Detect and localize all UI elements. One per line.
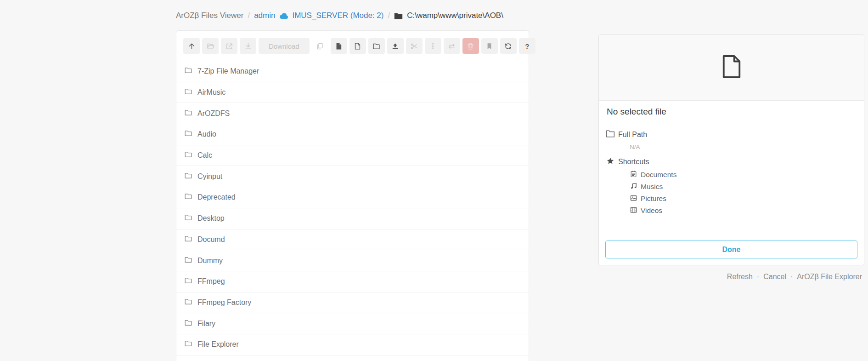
folder-icon [184, 192, 192, 202]
file-manager-card: Download? 7-Zip File ManagerAirMusicArOZ… [176, 30, 529, 361]
file-list: 7-Zip File ManagerAirMusicArOZDFSAudioCa… [176, 61, 529, 355]
file-name: Desktop [197, 214, 225, 223]
file-row[interactable]: Audio [176, 124, 529, 145]
star-icon [606, 157, 615, 167]
delete-button[interactable] [462, 38, 479, 54]
download-button[interactable]: Download [259, 38, 310, 54]
documents-icon [630, 170, 637, 180]
file-row[interactable]: Calc [176, 145, 529, 166]
help-label: ? [525, 42, 529, 50]
footer-separator: · [790, 273, 793, 281]
upload-button[interactable] [387, 38, 404, 54]
breadcrumb-user-link[interactable]: admin [254, 11, 275, 20]
file-name: Calc [197, 151, 212, 160]
selection-status-title: No selected file [599, 101, 864, 123]
bookmark-button[interactable] [481, 38, 498, 54]
shortcut-documents[interactable]: Documents [630, 170, 857, 179]
up-button[interactable] [183, 38, 200, 54]
file-row[interactable]: Documd [176, 229, 529, 251]
folder-icon [184, 213, 192, 223]
file-name: Filary [197, 320, 215, 328]
folder-icon [184, 319, 192, 329]
shortcut-label: Musics [641, 183, 663, 191]
file-row[interactable]: Cyinput [176, 166, 529, 187]
file-row[interactable]: ArOZDFS [176, 103, 529, 124]
bookmark-icon [485, 42, 493, 50]
cloud-icon [279, 12, 289, 19]
help-button[interactable]: ? [519, 38, 535, 54]
download-file-button[interactable] [240, 38, 256, 54]
rename-button[interactable] [425, 38, 441, 54]
download-icon [244, 42, 252, 50]
footer-link-refresh[interactable]: Refresh [727, 273, 753, 281]
cut-button[interactable] [406, 38, 423, 54]
file-row[interactable]: FFmpeg [176, 271, 529, 292]
text-cursor-icon [429, 42, 437, 50]
new-file-icon [354, 42, 361, 50]
copy-button[interactable] [312, 38, 328, 54]
footer-links: Refresh·Cancel·ArOZβ File Explorer [727, 273, 862, 281]
file-name: 7-Zip File Manager [197, 67, 259, 75]
done-button[interactable]: Done [605, 241, 857, 258]
breadcrumb-path: C:\wamp\www\private\AOB\ [407, 11, 503, 20]
file-name: FFmpeg [197, 277, 225, 286]
folder-icon [184, 256, 192, 266]
file-row[interactable]: Filary [176, 313, 529, 334]
scissors-icon [410, 42, 418, 50]
breadcrumb-server-link[interactable]: IMUS_SERVER (Mode: 2) [292, 11, 383, 20]
file-name: Deprecated [197, 193, 236, 201]
video-icon [630, 206, 637, 216]
blank-file-icon [721, 54, 742, 81]
folder-icon [184, 298, 192, 308]
folder-icon [184, 66, 192, 76]
file-properties-panel: No selected file Full Path N/A Shortcuts… [598, 34, 864, 265]
panel-body: Full Path N/A Shortcuts DocumentsMusicsP… [599, 123, 864, 221]
folder-outline-icon [606, 130, 615, 140]
picture-icon [630, 194, 637, 204]
folder-icon [184, 129, 192, 139]
open-button[interactable] [202, 38, 219, 54]
file-row[interactable]: Dummy [176, 250, 529, 271]
file-name: AirMusic [197, 88, 225, 97]
folder-icon [184, 339, 192, 350]
arrow-up-icon [188, 42, 196, 50]
new-folder-icon [372, 42, 380, 50]
folder-icon [184, 87, 192, 97]
refresh-button[interactable] [500, 38, 517, 54]
shortcut-list: DocumentsMusicsPicturesVideos [630, 170, 857, 215]
folder-icon [184, 150, 192, 160]
footer-link-aroz-file-explorer[interactable]: ArOZβ File Explorer [797, 273, 862, 281]
external-link-icon [225, 42, 233, 50]
file-name: Documd [197, 235, 225, 244]
shortcut-musics[interactable]: Musics [630, 182, 857, 191]
shortcut-label: Documents [641, 171, 676, 179]
trash-icon [467, 42, 474, 50]
paste-icon [335, 42, 343, 50]
file-row[interactable]: 7-Zip File Manager [176, 61, 529, 82]
open-new-tab-button[interactable] [221, 38, 237, 54]
shortcut-videos[interactable]: Videos [630, 206, 857, 215]
paste-button[interactable] [331, 38, 347, 54]
file-row[interactable]: File Explorer [176, 334, 529, 355]
full-path-label: Full Path [618, 131, 647, 139]
footer-link-cancel[interactable]: Cancel [763, 273, 786, 281]
breadcrumb-separator: / [388, 11, 390, 20]
folder-icon [184, 235, 192, 245]
folder-icon [184, 172, 192, 182]
file-row[interactable]: AirMusic [176, 82, 529, 103]
file-row[interactable]: Desktop [176, 208, 529, 229]
file-row[interactable]: Deprecated [176, 187, 529, 208]
file-name: ArOZDFS [197, 109, 230, 118]
shortcuts-label: Shortcuts [618, 158, 649, 166]
new-folder-button[interactable] [368, 38, 385, 54]
shortcut-pictures[interactable]: Pictures [630, 194, 857, 203]
file-row[interactable]: FFmpeg Factory [176, 292, 529, 314]
file-name: Cyinput [197, 172, 222, 181]
music-icon [630, 182, 637, 192]
new-file-button[interactable] [349, 38, 366, 54]
copy-icon [316, 42, 324, 50]
shortcut-label: Videos [641, 206, 662, 215]
move-button[interactable] [444, 38, 460, 54]
shortcuts-row: Shortcuts [606, 156, 857, 167]
file-name: Audio [197, 130, 216, 138]
